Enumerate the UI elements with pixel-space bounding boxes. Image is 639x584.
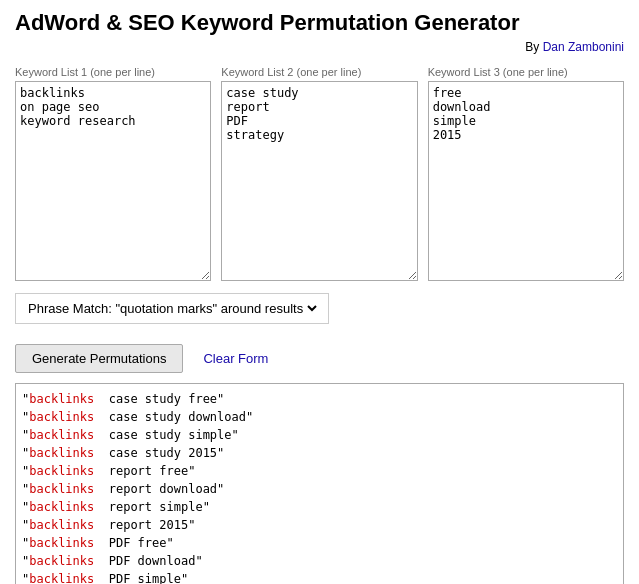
keyword-list-3-label: Keyword List 3 (one per line) — [428, 66, 624, 78]
generate-button[interactable]: Generate Permutations — [15, 344, 183, 373]
clear-form-link[interactable]: Clear Form — [203, 351, 268, 366]
phrase-match-select[interactable]: Phrase Match: "quotation marks" around r… — [24, 300, 320, 317]
author-link[interactable]: Dan Zambonini — [543, 40, 624, 54]
list-item: "backlinks case study simple" — [22, 426, 617, 444]
list-item: "backlinks PDF free" — [22, 534, 617, 552]
list-item: "backlinks case study download" — [22, 408, 617, 426]
keyword-lists-container: Keyword List 1 (one per line) Keyword Li… — [15, 66, 624, 281]
keyword-list-3-container: Keyword List 3 (one per line) — [428, 66, 624, 281]
list-item: "backlinks PDF simple" — [22, 570, 617, 584]
page-title: AdWord & SEO Keyword Permutation Generat… — [15, 10, 624, 36]
keyword-list-3-input[interactable] — [428, 81, 624, 281]
keyword-list-1-label: Keyword List 1 (one per line) — [15, 66, 211, 78]
keyword-list-1-input[interactable] — [15, 81, 211, 281]
keyword-list-2-container: Keyword List 2 (one per line) — [221, 66, 417, 281]
list-item: "backlinks case study free" — [22, 390, 617, 408]
list-item: "backlinks case study 2015" — [22, 444, 617, 462]
phrase-match-container: Phrase Match: "quotation marks" around r… — [15, 293, 329, 324]
keyword-list-2-label: Keyword List 2 (one per line) — [221, 66, 417, 78]
byline: By Dan Zambonini — [15, 40, 624, 54]
list-item: "backlinks PDF download" — [22, 552, 617, 570]
list-item: "backlinks report download" — [22, 480, 617, 498]
results-container[interactable]: "backlinks case study free""backlinks ca… — [15, 383, 624, 584]
keyword-list-2-input[interactable] — [221, 81, 417, 281]
list-item: "backlinks report free" — [22, 462, 617, 480]
list-item: "backlinks report 2015" — [22, 516, 617, 534]
buttons-row: Generate Permutations Clear Form — [15, 344, 624, 373]
keyword-list-1-container: Keyword List 1 (one per line) — [15, 66, 211, 281]
list-item: "backlinks report simple" — [22, 498, 617, 516]
